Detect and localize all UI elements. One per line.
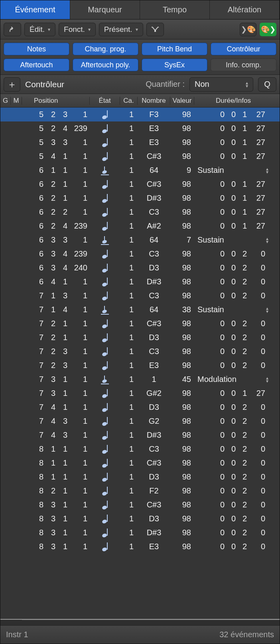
channel-cell[interactable]: 1 bbox=[120, 180, 138, 189]
color-out-button[interactable]: ❯🎨 bbox=[240, 23, 256, 36]
channel-cell[interactable]: 1 bbox=[120, 542, 138, 551]
value-cell[interactable]: 98 bbox=[170, 249, 194, 258]
status-cell[interactable] bbox=[90, 487, 120, 495]
functions-menu[interactable]: Fonct.▾ bbox=[59, 23, 96, 36]
number-cell[interactable]: E3 bbox=[138, 361, 170, 370]
number-cell[interactable]: C#3 bbox=[138, 152, 170, 161]
number-cell[interactable]: D3 bbox=[138, 472, 170, 482]
status-cell[interactable] bbox=[90, 250, 120, 258]
value-cell[interactable]: 98 bbox=[170, 444, 194, 454]
filter-notes[interactable]: Notes bbox=[4, 43, 69, 55]
status-cell[interactable] bbox=[90, 222, 120, 231]
position-cell[interactable]: 8311 bbox=[22, 528, 90, 537]
filter-sysex[interactable]: SysEx bbox=[142, 59, 207, 71]
value-cell[interactable]: 98 bbox=[170, 291, 194, 300]
info-select[interactable]: Sustain▴▾ bbox=[194, 235, 272, 245]
table-row[interactable]: 83111E3980020 bbox=[0, 540, 280, 554]
channel-cell[interactable]: 1 bbox=[120, 221, 138, 231]
position-cell[interactable]: 8111 bbox=[22, 458, 90, 468]
channel-cell[interactable]: 1 bbox=[120, 235, 138, 245]
status-cell[interactable] bbox=[90, 347, 120, 356]
status-cell[interactable] bbox=[90, 236, 120, 244]
duration-value[interactable]: 00127 bbox=[194, 152, 272, 161]
number-cell[interactable]: C3 bbox=[138, 249, 170, 258]
value-cell[interactable]: 98 bbox=[170, 361, 194, 370]
number-cell[interactable]: 64 bbox=[138, 305, 170, 314]
duration-value[interactable]: 0020 bbox=[194, 361, 272, 370]
number-cell[interactable]: G2 bbox=[138, 417, 170, 426]
number-cell[interactable]: D#3 bbox=[138, 194, 170, 203]
number-cell[interactable]: D#3 bbox=[138, 528, 170, 537]
table-row[interactable]: 5242391E39800127 bbox=[0, 121, 280, 135]
filter-button[interactable] bbox=[146, 23, 164, 36]
col-status[interactable]: État bbox=[90, 97, 120, 105]
table-row[interactable]: 74311G2980020 bbox=[0, 414, 280, 428]
status-cell[interactable] bbox=[90, 445, 120, 454]
duration-value[interactable]: 0020 bbox=[194, 403, 272, 412]
status-cell[interactable] bbox=[90, 319, 120, 328]
table-row[interactable]: 71311C3980020 bbox=[0, 289, 280, 303]
table-row[interactable]: 64111D#3980020 bbox=[0, 275, 280, 289]
table-row[interactable]: 81111D3980020 bbox=[0, 470, 280, 484]
table-row[interactable]: 74111D3980020 bbox=[0, 400, 280, 414]
col-g[interactable]: G bbox=[0, 97, 11, 105]
channel-cell[interactable]: 1 bbox=[120, 333, 138, 342]
position-cell[interactable]: 634240 bbox=[22, 263, 90, 272]
table-row[interactable]: 62111C#39800127 bbox=[0, 177, 280, 191]
position-cell[interactable]: 6111 bbox=[22, 166, 90, 175]
number-cell[interactable]: D3 bbox=[138, 403, 170, 412]
table-row[interactable]: 54111C#39800127 bbox=[0, 149, 280, 163]
number-cell[interactable]: D3 bbox=[138, 263, 170, 272]
col-m[interactable]: M bbox=[11, 97, 22, 105]
table-row[interactable]: 83111D3980020 bbox=[0, 512, 280, 526]
channel-cell[interactable]: 1 bbox=[120, 458, 138, 468]
status-cell[interactable] bbox=[90, 529, 120, 537]
position-cell[interactable]: 5331 bbox=[22, 138, 90, 147]
position-cell[interactable]: 7431 bbox=[22, 431, 90, 440]
channel-cell[interactable]: 1 bbox=[120, 152, 138, 161]
table-row[interactable]: 6242391A#29800127 bbox=[0, 219, 280, 233]
info-select[interactable]: Sustain▴▾ bbox=[194, 305, 272, 314]
table-row[interactable]: 72311E3980020 bbox=[0, 358, 280, 372]
filter-poly-aftertouch[interactable]: Aftertouch poly. bbox=[73, 59, 138, 71]
status-cell[interactable] bbox=[90, 264, 120, 272]
value-cell[interactable]: 98 bbox=[170, 194, 194, 203]
number-cell[interactable]: C3 bbox=[138, 444, 170, 454]
value-cell[interactable]: 98 bbox=[170, 277, 194, 286]
value-cell[interactable]: 45 bbox=[170, 375, 194, 384]
position-cell[interactable]: 7311 bbox=[22, 375, 90, 384]
value-cell[interactable]: 98 bbox=[170, 124, 194, 133]
position-cell[interactable]: 7431 bbox=[22, 417, 90, 426]
value-cell[interactable]: 98 bbox=[170, 152, 194, 161]
position-cell[interactable]: 524239 bbox=[22, 124, 90, 133]
channel-cell[interactable]: 1 bbox=[120, 277, 138, 286]
info-select[interactable]: Sustain▴▾ bbox=[194, 166, 272, 175]
col-position[interactable]: Position bbox=[22, 97, 90, 105]
duration-value[interactable]: 00127 bbox=[194, 180, 272, 189]
number-cell[interactable]: 64 bbox=[138, 166, 170, 175]
filter-meta-info[interactable]: Info. comp. bbox=[211, 59, 276, 71]
duration-value[interactable]: 00127 bbox=[194, 194, 272, 203]
duration-value[interactable]: 0020 bbox=[194, 291, 272, 300]
channel-cell[interactable]: 1 bbox=[120, 389, 138, 398]
position-cell[interactable]: 8111 bbox=[22, 472, 90, 482]
position-cell[interactable]: 7411 bbox=[22, 403, 90, 412]
value-cell[interactable]: 98 bbox=[170, 500, 194, 509]
status-cell[interactable] bbox=[90, 278, 120, 286]
table-row[interactable]: 63311647Sustain▴▾ bbox=[0, 233, 280, 247]
channel-cell[interactable]: 1 bbox=[120, 403, 138, 412]
table-row[interactable]: 73111G#29800127 bbox=[0, 386, 280, 400]
channel-cell[interactable]: 1 bbox=[120, 194, 138, 203]
duration-value[interactable]: 0020 bbox=[194, 444, 272, 454]
duration-value[interactable]: 00127 bbox=[194, 221, 272, 231]
filter-program-change[interactable]: Chang. prog. bbox=[73, 43, 138, 55]
value-cell[interactable]: 98 bbox=[170, 333, 194, 342]
value-cell[interactable]: 98 bbox=[170, 472, 194, 482]
channel-cell[interactable]: 1 bbox=[120, 263, 138, 272]
value-cell[interactable]: 98 bbox=[170, 180, 194, 189]
number-cell[interactable]: E3 bbox=[138, 542, 170, 551]
channel-cell[interactable]: 1 bbox=[120, 249, 138, 258]
channel-cell[interactable]: 1 bbox=[120, 207, 138, 217]
loop-ruler[interactable] bbox=[0, 619, 280, 625]
number-cell[interactable]: C#3 bbox=[138, 180, 170, 189]
